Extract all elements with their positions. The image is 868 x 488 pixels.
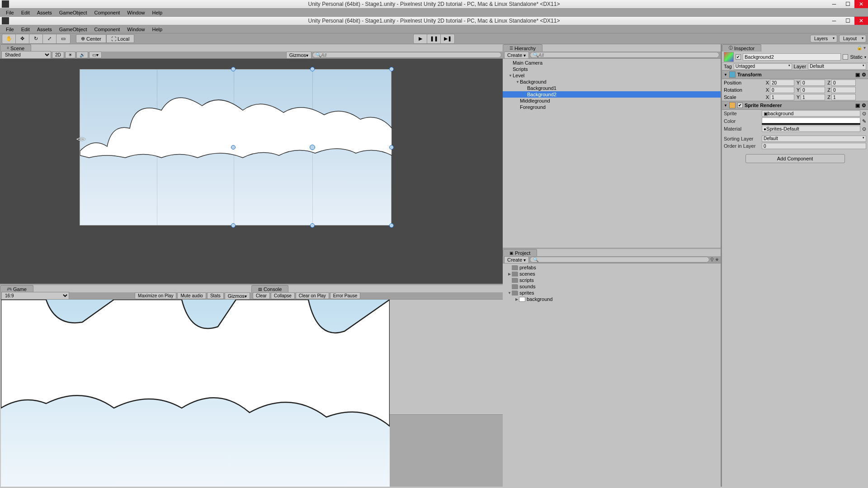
clear-on-play[interactable]: Clear on Play — [296, 292, 329, 299]
stats-button[interactable]: Stats — [207, 292, 224, 299]
menu-file-2[interactable]: File — [2, 27, 18, 32]
hierarchy-create[interactable]: Create ▾ — [504, 52, 529, 59]
pivot-center[interactable]: ⊕Center — [76, 34, 106, 43]
hierarchy-item-main camera[interactable]: Main Camera — [503, 60, 721, 66]
help-icon[interactable]: ▣ — [855, 72, 860, 78]
hierarchy-item-middleground[interactable]: Middleground — [503, 98, 721, 104]
menu-window[interactable]: Window — [123, 10, 148, 15]
rect-tool[interactable]: ▭ — [57, 34, 70, 43]
object-name-field[interactable] — [743, 53, 841, 61]
maximize-button[interactable]: ☐ — [841, 0, 854, 8]
rot-y[interactable] — [801, 87, 825, 93]
static-checkbox[interactable] — [843, 54, 848, 60]
scale-tool[interactable]: ⤢ — [43, 34, 57, 43]
menu-assets-2[interactable]: Assets — [33, 27, 56, 32]
close-button[interactable]: ✕ — [854, 0, 868, 8]
hierarchy-tree[interactable]: Main CameraScripts▼Level▼BackgroundBackg… — [503, 59, 721, 248]
gear-icon[interactable]: ⚙ — [862, 72, 866, 78]
help-icon-2[interactable]: ▣ — [855, 103, 860, 108]
error-pause[interactable]: Error Pause — [330, 292, 360, 299]
clear-button[interactable]: Clear — [253, 292, 270, 299]
add-component-button[interactable]: Add Component — [745, 154, 845, 163]
scale-x[interactable] — [770, 94, 794, 100]
gizmos-dropdown[interactable]: Gizmos▾ — [286, 52, 311, 59]
hierarchy-item-scripts[interactable]: Scripts — [503, 66, 721, 72]
rotate-tool[interactable]: ↻ — [29, 34, 43, 43]
light-toggle[interactable]: ☀ — [65, 52, 75, 58]
project-create[interactable]: Create ▾ — [504, 256, 529, 263]
step-button[interactable]: ▶❚ — [441, 34, 454, 43]
project-tree[interactable]: prefabs▶scenesscriptssounds▼sprites▶back… — [503, 263, 721, 487]
eyedropper-icon[interactable]: ✎ — [862, 118, 866, 124]
hierarchy-item-background1[interactable]: Background1 — [503, 85, 721, 91]
menu-edit[interactable]: Edit — [18, 10, 33, 15]
menu-component[interactable]: Component — [90, 10, 123, 15]
pos-x[interactable] — [770, 80, 794, 86]
inner-minimize-button[interactable]: ─ — [827, 17, 841, 25]
gameobject-icon[interactable] — [724, 52, 734, 62]
aspect-dropdown[interactable]: 16:9 — [1, 292, 69, 300]
hierarchy-item-foreground[interactable]: Foreground — [503, 104, 721, 110]
pos-y[interactable] — [801, 80, 825, 86]
gear-icon-2[interactable]: ⚙ — [862, 103, 866, 108]
filter-icon[interactable]: ⚲ — [710, 257, 714, 263]
menu-edit-2[interactable]: Edit — [18, 27, 33, 32]
project-item-background[interactable]: ▶background — [505, 296, 719, 302]
material-field[interactable]: ● Sprites-Default — [762, 126, 860, 132]
picker-icon[interactable]: ⊙ — [862, 111, 866, 117]
mute-audio[interactable]: Mute audio — [177, 292, 206, 299]
move-tool[interactable]: ✥ — [16, 34, 29, 43]
lock-icon[interactable]: 🔒 ▾ — [854, 44, 868, 52]
picker-icon-2[interactable]: ⊙ — [862, 126, 866, 132]
game-view[interactable] — [0, 300, 251, 487]
sr-enabled[interactable]: ✔ — [737, 103, 743, 108]
menu-gameobject[interactable]: GameObject — [56, 10, 91, 15]
audio-toggle[interactable]: 🔊 — [76, 52, 88, 58]
project-item-scenes[interactable]: ▶scenes — [505, 271, 719, 277]
inner-close-button[interactable]: ✕ — [854, 17, 868, 25]
sprite-renderer-header[interactable]: ▼ ✔ Sprite Renderer ▣⚙ — [722, 101, 868, 110]
sprite-field[interactable]: ▣ background — [762, 110, 860, 117]
color-field[interactable] — [762, 117, 860, 123]
console-tab[interactable]: ▤Console — [251, 285, 288, 292]
scale-y[interactable] — [801, 94, 825, 100]
pos-z[interactable] — [831, 80, 856, 86]
play-button[interactable]: ▶ — [414, 34, 427, 43]
sorting-layer-dropdown[interactable]: Default — [762, 136, 866, 142]
active-checkbox[interactable]: ✔ — [736, 54, 741, 60]
scene-view[interactable]: ⊲⊳ — [0, 59, 503, 284]
project-item-sounds[interactable]: sounds — [505, 283, 719, 290]
rot-x[interactable] — [770, 87, 794, 93]
game-tab[interactable]: 🎮Game — [0, 285, 33, 292]
project-item-scripts[interactable]: scripts — [505, 277, 719, 283]
hierarchy-item-background2[interactable]: Background2 — [503, 91, 721, 98]
hierarchy-tab[interactable]: ☰Hierarchy — [503, 44, 542, 52]
pivot-local[interactable]: ⛶Local — [106, 34, 134, 43]
project-search[interactable]: 🔍 — [530, 257, 709, 263]
inspector-tab[interactable]: ⓘInspector — [722, 44, 761, 52]
menu-help[interactable]: Help — [148, 10, 166, 15]
order-field[interactable] — [762, 143, 866, 149]
layout-dropdown[interactable]: Layout — [839, 35, 866, 42]
hierarchy-item-level[interactable]: ▼Level — [503, 72, 721, 79]
transform-header[interactable]: ▼ Transform ▣⚙ — [722, 70, 868, 79]
selection-rect[interactable] — [233, 69, 392, 225]
scale-z[interactable] — [831, 94, 856, 100]
inner-maximize-button[interactable]: ☐ — [841, 17, 854, 25]
tag-dropdown[interactable]: Untagged — [734, 63, 792, 70]
pause-button[interactable]: ❚❚ — [427, 34, 441, 43]
collapse-button[interactable]: Collapse — [271, 292, 295, 299]
menu-window-2[interactable]: Window — [123, 27, 148, 32]
layer-dropdown[interactable]: Default — [808, 63, 866, 70]
menu-assets[interactable]: Assets — [33, 10, 56, 15]
scene-search[interactable]: 🔍All — [312, 52, 501, 58]
project-item-sprites[interactable]: ▼sprites — [505, 290, 719, 296]
shaded-dropdown[interactable]: Shaded — [1, 51, 51, 59]
layers-dropdown[interactable]: Layers — [810, 35, 837, 42]
hierarchy-search[interactable]: 🔍All — [530, 52, 719, 58]
scene-tab[interactable]: ⌗Scene — [0, 44, 31, 52]
save-icon[interactable]: ★ — [715, 257, 719, 263]
menu-gameobject-2[interactable]: GameObject — [56, 27, 91, 32]
project-item-prefabs[interactable]: prefabs — [505, 264, 719, 271]
fx-dropdown[interactable]: ▭▾ — [89, 52, 102, 58]
